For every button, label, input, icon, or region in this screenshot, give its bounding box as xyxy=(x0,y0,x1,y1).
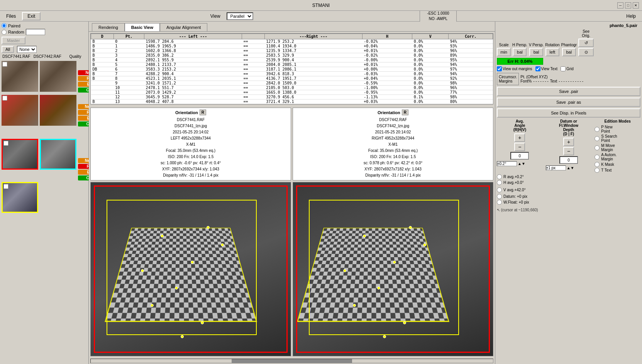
cell-h: +0.03% xyxy=(362,99,412,104)
view-select[interactable]: Parallel Stereo Mono xyxy=(227,12,253,20)
p-new-point-radio[interactable] xyxy=(595,127,600,132)
img-cell-3[interactable] xyxy=(2,95,38,126)
horizontal-scrollbar[interactable] xyxy=(90,359,493,363)
v-persp-btn[interactable]: bal xyxy=(529,48,543,56)
cell-h: +0.04% xyxy=(362,44,412,49)
img-cell-7[interactable] xyxy=(2,182,38,213)
orientation-right-label: Orientation xyxy=(378,110,400,115)
close-button[interactable]: ✕ xyxy=(633,2,639,8)
cell-v: 0.0% xyxy=(412,53,449,58)
table-row[interactable]: 11 2073.0 1429.2 == 1665.0 1388.0 -0.95%… xyxy=(91,90,493,95)
t-text-radio[interactable] xyxy=(595,168,600,173)
grid-label[interactable]: Grid xyxy=(561,66,574,71)
maximize-button[interactable]: □ xyxy=(625,2,631,8)
see-orig-btn2[interactable]: ⊙ xyxy=(578,48,594,56)
see-orig-btn[interactable]: ↺ xyxy=(578,39,594,47)
image-view-right[interactable] xyxy=(293,182,493,356)
table-row[interactable]: 9 3241.0 1571.2 == 2842.0 1509.0 -0.59% … xyxy=(91,81,493,86)
all-row: All None xyxy=(2,46,87,53)
data-table-wrapper[interactable]: D Pt. --- Left --- ---Right --- H V Corr… xyxy=(90,33,493,104)
h-persp-btn[interactable]: bal xyxy=(513,48,527,56)
menu-help[interactable]: Help xyxy=(623,13,639,20)
img-check-5[interactable] xyxy=(3,141,8,146)
cell-v: 0.0% xyxy=(412,67,449,72)
table-row[interactable]: B 13 4048.2 407.8 == 3721.4 329.1 +0.03%… xyxy=(91,99,493,104)
grid-check[interactable] xyxy=(561,66,566,71)
cell-right: 2105.0 503.0 xyxy=(264,86,362,90)
img-cell-6[interactable] xyxy=(40,139,76,170)
window-controls[interactable]: ─ □ ✕ xyxy=(617,2,639,8)
random-input[interactable] xyxy=(26,29,45,35)
all-button[interactable]: All xyxy=(2,46,14,53)
table-row[interactable]: B 4 2892.1 955.9 == 2539.9 900.4 -0.00% … xyxy=(91,58,493,62)
h-persp-label: H Persp. xyxy=(512,43,527,47)
img-check-3[interactable] xyxy=(2,96,7,101)
table-row[interactable]: B 8 4523.1 2035.1 == 4136.7 1951.7 +0.04… xyxy=(91,76,493,81)
save-pair-button[interactable]: Save .pair xyxy=(497,87,640,96)
img-cell-5[interactable] xyxy=(2,139,38,170)
random-radio[interactable] xyxy=(2,30,7,35)
s-search-point-radio[interactable] xyxy=(595,136,600,141)
minimize-button[interactable]: ─ xyxy=(617,2,623,8)
datum-input[interactable] xyxy=(559,156,578,164)
cell-h: +0.00% xyxy=(362,67,412,72)
img-check-7[interactable] xyxy=(3,184,8,189)
img-cell-4[interactable] xyxy=(40,95,76,126)
avg-plus-btn[interactable]: + xyxy=(514,133,525,142)
table-row[interactable]: B 5 2480.1 2133.7 == 2084.0 2085.1 +0.01… xyxy=(91,62,493,67)
table-row[interactable]: B 2 1602.0 1366.8 == 1235.9 1334.7 +0.01… xyxy=(91,49,493,53)
table-row[interactable]: B 1 1486.9 1965.9 == 1100.4 1934.0 +0.04… xyxy=(91,44,493,49)
rotation-btn[interactable]: left xyxy=(545,48,559,56)
img-check-1[interactable] xyxy=(2,62,7,67)
v-avg-radio[interactable] xyxy=(497,187,502,192)
table-row[interactable]: DB 6 3583.3 2153.2 == 3187.1 2086.1 +0.0… xyxy=(91,67,493,72)
h-avg-radio[interactable] xyxy=(497,180,502,185)
img-cell-1[interactable] xyxy=(2,61,38,92)
h-avg-label: H avg.+0.0° xyxy=(503,180,524,185)
tab-rendering[interactable]: Rendering xyxy=(92,23,125,31)
pm-deg-input[interactable] xyxy=(497,161,517,166)
view-text-label[interactable]: View Text xyxy=(535,66,557,71)
datum-0pix-row: Datum: +0 pix xyxy=(497,194,640,199)
cell-left: 2835.0 386.2 xyxy=(144,53,242,58)
img-cell-2[interactable] xyxy=(40,61,76,92)
cell-pt: 8 xyxy=(113,76,144,81)
tab-angular-alignment[interactable]: Angular Alignment xyxy=(160,23,207,31)
datum-0pix-radio[interactable] xyxy=(497,194,502,199)
save-pair-as-button[interactable]: Save .pair as xyxy=(497,98,640,107)
cell-corr: 97% xyxy=(449,67,493,72)
see-disp-button[interactable]: See Disp. in Pixels xyxy=(497,108,640,118)
wfloat-0pix-radio[interactable] xyxy=(497,200,502,205)
tab-bar: Rendering Basic View Angular Alignment xyxy=(89,22,495,32)
table-row[interactable]: 12 3645.9 528.7 == 3270.9 456.6 -1.13% 0… xyxy=(91,95,493,99)
table-row[interactable]: B 0 1598.7 284.6 == 1271.9 253.2 -0.02% … xyxy=(91,39,493,44)
avg-minus-btn[interactable]: − xyxy=(514,143,525,151)
none-select[interactable]: None xyxy=(17,46,37,53)
left-panel: Paired Random Master All None DSCF7441.R… xyxy=(0,22,89,364)
view-out-margins-check[interactable] xyxy=(497,66,502,71)
pm-pix-input[interactable] xyxy=(546,165,566,170)
th-v: V xyxy=(412,34,449,39)
m-move-margin-radio[interactable] xyxy=(595,145,600,150)
r-avg-radio[interactable] xyxy=(497,174,502,179)
view-out-margins-label[interactable]: View out margins xyxy=(497,66,532,71)
k-mask-radio[interactable] xyxy=(595,162,600,167)
image-view-left[interactable] xyxy=(90,182,291,356)
table-row[interactable]: B 7 4288.2 900.4 == 3942.6 818.3 -0.03% … xyxy=(91,72,493,76)
table-row[interactable]: B 3 2835.0 386.2 == 2503.5 329.9 -0.02% … xyxy=(91,53,493,58)
phantogr-btn[interactable]: bal xyxy=(562,48,576,56)
view-text-check[interactable] xyxy=(535,66,540,71)
scale-btn[interactable]: min xyxy=(497,48,511,56)
cell-right: 2539.9 900.4 xyxy=(264,58,362,62)
table-row[interactable]: 10 2478.1 551.7 == 2105.0 503.0 -1.00% 0… xyxy=(91,86,493,90)
exit-button[interactable]: Exit xyxy=(22,12,41,20)
master-button[interactable]: Master xyxy=(2,37,25,44)
tab-basic-view[interactable]: Basic View xyxy=(125,23,160,31)
avg-input[interactable] xyxy=(510,152,529,160)
datum-minus-btn[interactable]: − xyxy=(563,147,574,155)
datum-plus-btn[interactable]: + xyxy=(563,138,574,146)
a-autom-radio[interactable] xyxy=(595,155,600,160)
menu-files[interactable]: Files xyxy=(3,13,19,20)
cell-pt: 4 xyxy=(113,58,144,62)
paired-radio[interactable] xyxy=(2,23,7,28)
